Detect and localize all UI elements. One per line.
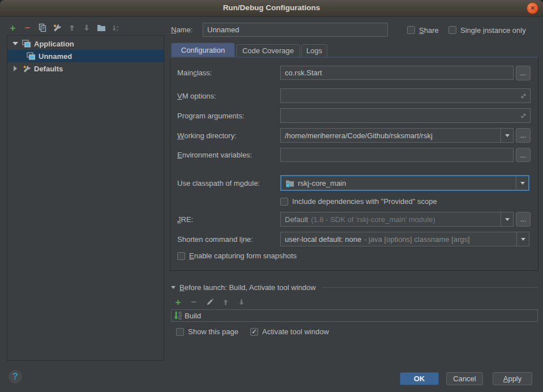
folder-icon <box>97 24 106 32</box>
checkbox-box[interactable] <box>176 328 184 336</box>
working-directory-browse-button[interactable]: ... <box>516 128 531 143</box>
build-icon: 011001 <box>174 312 182 320</box>
name-label: Name: <box>171 23 193 37</box>
vm-options-input[interactable] <box>280 88 531 103</box>
chevron-down-icon <box>171 286 176 289</box>
help-icon: ? <box>12 372 18 382</box>
tree-item-unnamed-selected[interactable]: Unnamed <box>7 50 164 62</box>
svg-text:z: z <box>116 28 118 32</box>
jre-dropdown-button[interactable] <box>501 212 513 226</box>
chevron-down-icon <box>505 134 510 137</box>
remove-task-button[interactable]: − <box>189 297 199 307</box>
sort-alphabetically-icon: az <box>112 24 120 32</box>
copy-icon <box>38 23 47 32</box>
tree-item-label: Unnamed <box>39 52 72 61</box>
add-task-button[interactable]: + <box>173 297 183 307</box>
working-directory-dropdown-button[interactable] <box>501 129 513 142</box>
activate-tool-window-checkbox[interactable]: ✓ Activate tool window <box>250 327 329 336</box>
before-launch-task-build[interactable]: 011001 Build <box>171 309 538 322</box>
shorten-command-line-dropdown-button[interactable] <box>516 232 529 246</box>
main-class-input[interactable]: co.rsk.Start <box>280 66 514 80</box>
environment-variables-label: Environment variables: <box>177 148 252 162</box>
arrow-up-icon <box>222 299 229 306</box>
environment-variables-browse-button[interactable]: ... <box>516 148 531 162</box>
arrow-down-icon <box>83 24 91 32</box>
jre-browse-button[interactable]: ... <box>516 212 531 227</box>
single-instance-label: Single instance only <box>460 26 526 35</box>
chevron-right-icon <box>14 66 17 71</box>
expand-collapse-toggle[interactable] <box>12 66 19 71</box>
copy-configuration-button[interactable] <box>37 23 47 33</box>
apply-button[interactable]: Apply <box>493 372 532 385</box>
checkbox-box[interactable] <box>177 252 185 260</box>
remove-configuration-button[interactable]: − <box>23 23 32 33</box>
single-instance-checkbox[interactable]: Single instance only <box>448 25 526 35</box>
use-classpath-label: Use classpath of module: <box>177 175 260 191</box>
titlebar[interactable]: Run/Debug Configurations ✕ <box>0 0 543 17</box>
environment-variables-input[interactable] <box>280 148 514 162</box>
expand-field-icon[interactable] <box>520 112 527 120</box>
tree-item-label: Defaults <box>34 65 63 73</box>
application-icon <box>27 52 36 61</box>
defaults-wrench-icon <box>22 65 31 73</box>
program-arguments-input[interactable] <box>280 108 531 123</box>
capture-snapshots-checkbox[interactable]: Enable capturing form snapshots <box>177 252 297 260</box>
move-up-button[interactable] <box>67 23 76 33</box>
checkbox-box[interactable] <box>448 26 456 34</box>
application-icon <box>22 40 31 48</box>
pencil-icon <box>206 298 214 306</box>
share-label: Share <box>419 26 439 35</box>
add-configuration-button[interactable]: + <box>8 23 18 33</box>
main-class-browse-button[interactable]: ... <box>516 66 531 80</box>
remove-icon: − <box>191 297 197 307</box>
jre-combo[interactable]: Default (1.8 - SDK of 'rskj-core_main' m… <box>280 212 514 227</box>
section-divider <box>322 287 538 288</box>
add-icon: + <box>176 297 181 307</box>
checkbox-box[interactable] <box>280 198 288 206</box>
show-this-page-label: Show this page <box>188 327 238 336</box>
close-button[interactable]: ✕ <box>527 2 538 14</box>
jre-label: JRE: <box>177 212 193 227</box>
configurations-toolbar: + − az <box>8 22 121 33</box>
chevron-down-icon <box>521 238 525 241</box>
expand-field-icon[interactable] <box>520 92 527 100</box>
move-down-button[interactable] <box>82 23 91 33</box>
move-task-up-button[interactable] <box>221 297 230 307</box>
expand-collapse-toggle[interactable] <box>12 42 19 45</box>
name-input[interactable]: Unnamed <box>203 23 388 37</box>
tree-item-defaults[interactable]: Defaults <box>7 62 164 75</box>
show-this-page-checkbox[interactable]: Show this page <box>176 327 238 336</box>
run-debug-configurations-dialog: Run/Debug Configurations ✕ + − az <box>0 0 543 392</box>
chevron-down-icon <box>520 182 525 185</box>
include-provided-checkbox[interactable]: Include dependencies with "Provided" sco… <box>280 197 437 206</box>
arrow-up-icon <box>68 24 76 32</box>
close-icon: ✕ <box>530 5 535 11</box>
before-launch-title: Before launch: Build, Activate tool wind… <box>179 283 316 292</box>
tree-item-application[interactable]: Application <box>7 37 164 50</box>
activate-tool-window-label: Activate tool window <box>262 327 329 336</box>
working-directory-combo[interactable]: /home/meriherrera/Code/Github/rsksmart/r… <box>280 128 514 143</box>
use-classpath-dropdown-button[interactable] <box>516 176 528 190</box>
vm-options-label: VM options: <box>177 88 216 103</box>
ok-button[interactable]: OK <box>400 372 439 385</box>
new-folder-button[interactable] <box>96 23 106 33</box>
move-task-down-button[interactable] <box>237 297 246 307</box>
before-launch-section-header[interactable]: Before launch: Build, Activate tool wind… <box>171 283 538 292</box>
checkbox-box[interactable]: ✓ <box>250 328 258 336</box>
program-arguments-label: Program arguments: <box>177 108 245 123</box>
add-icon: + <box>10 23 16 33</box>
cancel-button[interactable]: Cancel <box>446 372 483 385</box>
help-button[interactable]: ? <box>8 369 23 384</box>
sort-configurations-button[interactable]: az <box>111 23 121 33</box>
use-classpath-combo[interactable]: rskj-core_main <box>280 175 529 191</box>
share-checkbox[interactable]: Share <box>407 25 439 35</box>
tab-code-coverage[interactable]: Code Coverage <box>236 44 300 57</box>
edit-task-button[interactable] <box>205 297 215 307</box>
shorten-command-line-combo[interactable]: user-local default: none - java [options… <box>280 232 529 246</box>
edit-defaults-button[interactable] <box>52 23 62 33</box>
tab-configuration[interactable]: Configuration <box>171 42 235 57</box>
tab-logs[interactable]: Logs <box>301 44 327 57</box>
working-directory-label: Working directory: <box>177 128 237 143</box>
remove-icon: − <box>25 23 31 33</box>
checkbox-box[interactable] <box>407 26 415 34</box>
